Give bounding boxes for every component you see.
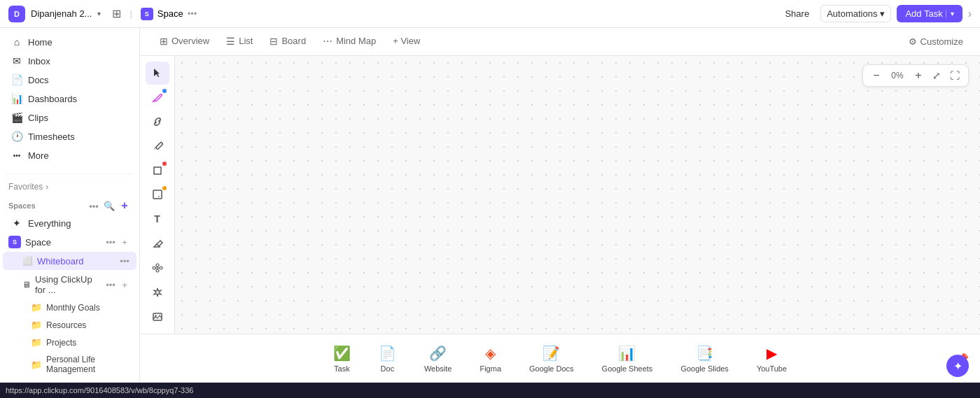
space-label: S Space ••• (141, 8, 197, 20)
space-item-more-icon[interactable]: ••• (104, 236, 117, 248)
spaces-more-icon[interactable]: ••• (88, 199, 100, 212)
zoom-expand-button[interactable]: ⛶ (947, 68, 962, 83)
sidebar-item-projects[interactable]: 📁 Projects (3, 334, 136, 350)
bottom-tool-google-slides[interactable]: 📑 Google Slides (673, 341, 736, 377)
website-tool-icon: 🔗 (429, 345, 447, 362)
space-item[interactable]: S Space ••• + (0, 233, 139, 251)
tool-pen[interactable] (146, 86, 169, 109)
shape-dot (162, 162, 167, 166)
automations-label: Automations (827, 8, 877, 19)
shape-icon (152, 165, 163, 176)
bottom-tool-website[interactable]: 🔗 Website (417, 341, 459, 377)
svg-rect-2 (153, 190, 162, 199)
more-icon: ••• (11, 150, 22, 161)
spaces-search-icon[interactable]: 🔍 (103, 199, 115, 212)
sidebar-item-home[interactable]: ⌂ Home (3, 33, 136, 51)
favorites-row[interactable]: Favorites › (0, 178, 139, 195)
space-avatar: S (141, 8, 153, 20)
bottom-tool-task[interactable]: ✅ Task (326, 341, 358, 377)
tab-board[interactable]: ⊟ Board (261, 28, 314, 56)
sidebar-item-personal-life-label: Personal Life Management (46, 355, 131, 374)
tab-list[interactable]: ☰ List (218, 28, 261, 56)
pen-dot (162, 89, 167, 93)
canvas-area[interactable]: − 0% + ⤢ ⛶ (175, 56, 980, 334)
whiteboard-more-icon[interactable]: ••• (118, 255, 131, 267)
tool-link[interactable] (146, 111, 169, 134)
workspace-chevron-icon[interactable]: ▾ (97, 10, 101, 17)
zoom-in-button[interactable]: + (911, 68, 926, 83)
tab-overview[interactable]: ⊞ Overview (151, 28, 218, 56)
tool-image[interactable] (146, 305, 169, 328)
toolbar-strip: T (140, 56, 175, 334)
customize-button[interactable]: ⚙ Customize (903, 34, 969, 50)
workspace-name[interactable]: Dipanjenah 2... (31, 8, 92, 19)
sidebar-item-everything[interactable]: ✦ Everything (3, 214, 136, 232)
bottom-tool-figma-label: Figma (479, 364, 501, 373)
layout-icon[interactable]: ⊞ (112, 7, 121, 20)
bottom-tool-google-docs-label: Google Docs (529, 364, 574, 373)
sidebar-item-monthly-goals[interactable]: 📁 Monthly Goals (3, 299, 136, 315)
tab-mindmap[interactable]: ⋯ Mind Map (314, 28, 384, 56)
monthly-goals-folder-icon: 📁 (31, 302, 42, 313)
zoom-fit-button[interactable]: ⤢ (929, 68, 944, 83)
share-button[interactable]: Share (779, 6, 815, 22)
sidebar-item-whiteboard-label: Whiteboard (37, 256, 83, 266)
resources-folder-icon: 📁 (31, 320, 42, 330)
using-clickup-more-icon[interactable]: ••• (104, 278, 117, 291)
bottom-tool-youtube[interactable]: ▶ YouTube (750, 341, 794, 377)
list-tab-icon: ☰ (226, 36, 235, 47)
tool-shape[interactable] (146, 159, 169, 182)
zoom-out-button[interactable]: − (869, 68, 884, 83)
sidebar-item-more-label: More (28, 150, 49, 161)
using-clickup-add-icon[interactable]: + (118, 278, 131, 291)
expand-icon[interactable]: › (968, 8, 972, 20)
sidebar-item-inbox[interactable]: ✉ Inbox (3, 52, 136, 70)
sidebar-item-personal-life[interactable]: 📁 Personal Life Management (3, 352, 136, 377)
tool-magic[interactable] (146, 280, 169, 304)
text-icon: T (154, 213, 160, 225)
top-bar-right: Share Automations ▾ Add Task ▾ › (779, 5, 972, 22)
bottom-tool-google-docs[interactable]: 📝 Google Docs (522, 341, 581, 377)
sidebar-item-resources[interactable]: 📁 Resources (3, 317, 136, 333)
tool-sticky[interactable] (146, 183, 169, 206)
space-item-add-icon[interactable]: + (118, 236, 131, 248)
bottom-tool-figma[interactable]: ◈ Figma (472, 341, 508, 377)
sidebar-item-using-clickup[interactable]: 🖥 Using ClickUp for ... ••• + (3, 271, 136, 298)
space-item-actions: ••• + (104, 236, 131, 248)
sidebar-item-timesheets[interactable]: 🕐 Timesheets (3, 127, 136, 145)
tool-pencil[interactable] (146, 134, 169, 157)
sidebar-item-resources-label: Resources (46, 320, 86, 330)
tool-connector[interactable] (146, 257, 169, 280)
workspace-avatar[interactable]: D (8, 6, 25, 22)
sidebar-item-home-label: Home (28, 37, 52, 48)
sidebar-item-clips[interactable]: 🎬 Clips (3, 108, 136, 127)
sidebar-item-whiteboard[interactable]: ⬜ Whiteboard ••• (3, 252, 136, 270)
automations-button[interactable]: Automations ▾ (820, 5, 891, 22)
add-task-chevron-icon[interactable]: ▾ (946, 10, 954, 17)
tool-eraser[interactable] (146, 232, 169, 255)
add-task-label: Add Task (905, 8, 942, 19)
add-task-button[interactable]: Add Task ▾ (897, 5, 962, 22)
help-button[interactable]: ✦ (946, 355, 969, 377)
tool-select[interactable] (146, 62, 169, 85)
bottom-tool-google-sheets-label: Google Sheets (602, 364, 653, 373)
clips-icon: 🎬 (11, 112, 22, 123)
svg-point-8 (155, 315, 156, 316)
automations-chevron-icon: ▾ (880, 8, 885, 19)
google-sheets-tool-icon: 📊 (618, 345, 636, 362)
spaces-add-icon[interactable]: + (118, 199, 131, 212)
sidebar-item-docs[interactable]: 📄 Docs (3, 71, 136, 89)
canvas-row: T − 0% (140, 56, 980, 334)
svg-rect-1 (154, 167, 161, 174)
tab-add-view[interactable]: + View (384, 28, 428, 56)
bottom-tool-doc[interactable]: 📄 Doc (372, 341, 403, 377)
google-docs-tool-icon: 📝 (542, 345, 560, 362)
tool-text[interactable]: T (146, 208, 169, 231)
home-icon: ⌂ (11, 36, 22, 48)
bottom-tool-google-sheets[interactable]: 📊 Google Sheets (595, 341, 660, 377)
space-more-icon[interactable]: ••• (188, 8, 197, 19)
figma-tool-icon: ◈ (485, 345, 496, 362)
sidebar-item-more[interactable]: ••• More (3, 146, 136, 164)
pencil-icon (152, 141, 163, 152)
sidebar-item-dashboards[interactable]: 📊 Dashboards (3, 90, 136, 108)
